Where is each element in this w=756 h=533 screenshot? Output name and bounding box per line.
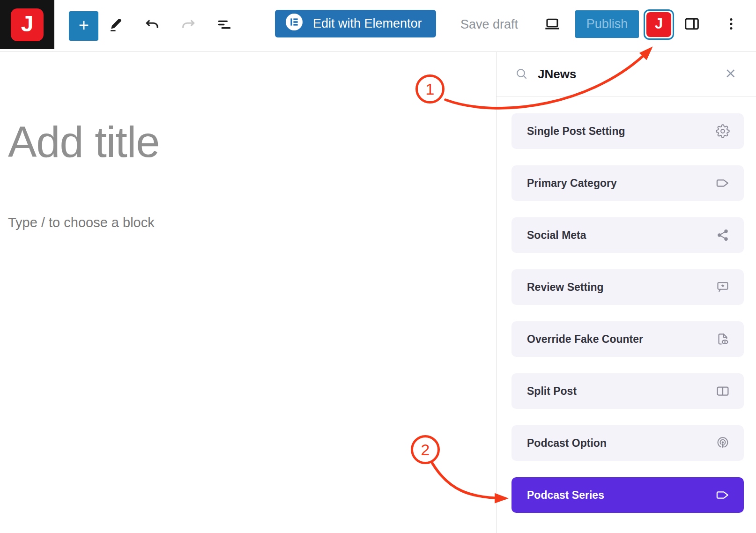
sidebar-item-label: Podcast Option [527, 437, 607, 450]
redo-icon [180, 16, 197, 35]
preview-button[interactable] [542, 15, 562, 34]
edit-mode-button[interactable] [106, 15, 126, 35]
list-view-button[interactable] [215, 15, 234, 35]
wordpress-block-editor: J [0, 0, 756, 533]
split-columns-icon [716, 384, 730, 398]
sidebar-item-podcast-option[interactable]: Podcast Option [511, 425, 744, 461]
podcast-icon [716, 436, 730, 450]
jnews-settings-list: Single Post SettingPrimary CategorySocia… [497, 96, 756, 513]
review-star-bubble-icon [716, 280, 730, 294]
sidebar-item-label: Override Fake Counter [527, 333, 643, 346]
annotation-step-1: 1 [415, 74, 445, 104]
sidebar-item-label: Split Post [527, 385, 577, 398]
sidebar-search-row: JNews [497, 52, 756, 96]
save-draft-button[interactable]: Save draft [460, 0, 518, 49]
tag-icon [716, 176, 730, 190]
tag-icon [716, 488, 730, 502]
plus-icon [76, 18, 91, 34]
sidebar-panel-title[interactable]: JNews [538, 67, 576, 81]
sidebar-item-social-meta[interactable]: Social Meta [511, 217, 744, 253]
ellipsis-vertical-icon [723, 16, 739, 33]
elementor-icon [286, 14, 303, 34]
sidebar-item-label: Social Meta [527, 229, 586, 242]
gear-icon [716, 124, 730, 138]
annotation-step-2: 2 [411, 435, 440, 464]
laptop-icon [543, 15, 562, 35]
publish-button[interactable]: Publish [575, 10, 639, 38]
elementor-button-label: Edit with Elementor [313, 16, 422, 31]
editor-toolbar: J [0, 0, 756, 52]
sidebar-item-podcast-series[interactable]: Podcast Series [511, 477, 744, 513]
pencil-icon [108, 17, 124, 34]
sidebar-item-label: Primary Category [527, 177, 617, 190]
sidebar-item-single-post-setting[interactable]: Single Post Setting [511, 113, 744, 149]
block-inserter-button[interactable] [69, 11, 98, 41]
settings-sidebar-toggle[interactable] [682, 15, 702, 34]
jnews-logo: J [11, 8, 44, 41]
search-icon [515, 67, 528, 81]
site-logo-block[interactable]: J [0, 0, 54, 49]
sidebar-item-label: Single Post Setting [527, 125, 625, 138]
sidebar-item-override-fake-counter[interactable]: Override Fake Counter [511, 321, 744, 357]
close-sidebar-button[interactable] [723, 67, 737, 81]
edit-with-elementor-button[interactable]: Edit with Elementor [275, 10, 436, 37]
jnews-sidebar-panel: JNews Single Post SettingPrimary Categor… [496, 52, 756, 533]
undo-button[interactable] [142, 15, 162, 35]
page-views-icon [716, 332, 730, 346]
jnews-panel-toggle-button[interactable]: J [644, 9, 674, 40]
post-title-input[interactable]: Add title [8, 118, 159, 167]
list-view-icon [216, 16, 233, 35]
undo-icon [144, 16, 161, 35]
sidebar-item-primary-category[interactable]: Primary Category [511, 165, 744, 201]
close-icon [724, 67, 737, 81]
sidebar-panel-icon [683, 15, 701, 34]
sidebar-item-split-post[interactable]: Split Post [511, 373, 744, 409]
jnews-toggle-logo: J [646, 12, 671, 37]
block-appender-input[interactable]: Type / to choose a block [8, 215, 155, 230]
sidebar-item-label: Review Setting [527, 281, 604, 294]
share-icon [716, 228, 730, 242]
options-menu-button[interactable] [721, 15, 741, 34]
redo-button[interactable] [178, 15, 198, 35]
sidebar-item-review-setting[interactable]: Review Setting [511, 269, 744, 305]
sidebar-item-label: Podcast Series [527, 489, 604, 502]
